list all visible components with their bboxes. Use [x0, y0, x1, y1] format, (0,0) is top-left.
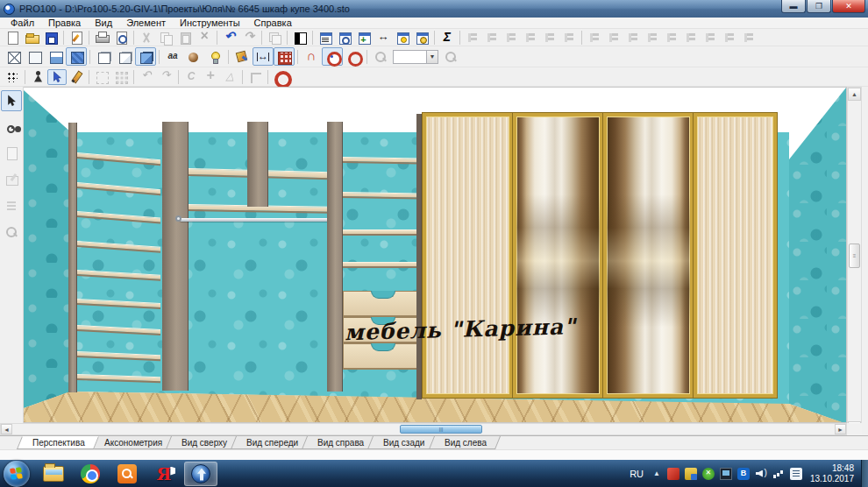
taskbar-pro100-active[interactable] — [184, 462, 217, 486]
separator — [89, 70, 89, 84]
hint-button[interactable] — [393, 30, 412, 46]
minimize-button[interactable]: ▬ — [781, 0, 806, 13]
sliding-door-mirror-right[interactable] — [603, 113, 694, 398]
print-button[interactable] — [92, 30, 111, 46]
space-center-h-icon — [607, 31, 621, 45]
grid-dots-button[interactable] — [3, 69, 22, 85]
clipboard-tray-icon[interactable] — [790, 468, 802, 480]
snap-to-element-button[interactable] — [322, 47, 343, 66]
chevron-down-icon[interactable]: ▼ — [426, 51, 438, 63]
drawer[interactable] — [343, 343, 420, 370]
dimensions-button[interactable] — [374, 30, 393, 46]
close-button[interactable]: ✕ — [832, 0, 865, 13]
text-labels-button[interactable] — [162, 47, 183, 66]
vertical-scroll-thumb[interactable]: ≡ — [849, 244, 860, 268]
taskbar-search[interactable] — [110, 462, 144, 486]
horizontal-scroll-thumb[interactable]: ||| — [400, 425, 482, 434]
menu-edit[interactable]: Правка — [41, 18, 88, 29]
show-grid-button[interactable] — [274, 47, 295, 66]
hidden-line-view-icon — [27, 50, 41, 64]
design-viewport[interactable]: мебель "Карина" — [24, 87, 847, 423]
align-bottom-icon — [562, 31, 576, 45]
signal-tray-icon[interactable] — [772, 468, 785, 480]
security-tray-icon[interactable] — [667, 468, 679, 480]
wardrobe-left-side-panel[interactable] — [68, 123, 77, 392]
hidden-line-view-button[interactable] — [24, 47, 45, 66]
walk-mode-button[interactable] — [28, 69, 47, 85]
tab-left-view[interactable]: Вид слева — [429, 436, 501, 449]
walkthrough-tool-button[interactable] — [1, 116, 22, 138]
language-indicator[interactable]: RU — [624, 469, 649, 479]
menu-file[interactable]: Файл — [4, 18, 41, 29]
help-button[interactable] — [271, 69, 290, 85]
horizontal-scrollbar[interactable]: ◄ ||| ► — [0, 423, 847, 435]
top-divider-panel[interactable] — [247, 122, 268, 207]
scroll-left-icon[interactable]: ◄ — [1, 424, 12, 434]
scroll-up-icon[interactable]: ▲ — [848, 88, 861, 101]
report-button[interactable] — [316, 30, 335, 46]
draw-mode-button[interactable] — [67, 69, 86, 85]
shelf[interactable] — [343, 262, 420, 268]
vertical-scrollbar[interactable]: ▲ ≡ ▼ — [847, 87, 862, 435]
update-tray-icon[interactable] — [685, 468, 697, 480]
tab-axonometry[interactable]: Аксонометрия — [89, 436, 176, 449]
solid-view-button[interactable] — [45, 47, 66, 66]
show-desktop-button[interactable] — [861, 460, 868, 487]
find-element-button[interactable] — [335, 30, 354, 46]
print-preview-button[interactable] — [111, 30, 131, 46]
box-3d-view-button[interactable] — [135, 47, 156, 66]
antivirus-tray-icon[interactable] — [702, 468, 715, 480]
magnet-snap-button[interactable] — [301, 47, 322, 66]
report-icon — [318, 31, 332, 45]
wireframe-view-button[interactable] — [3, 47, 24, 66]
tab-right-view[interactable]: Вид справа — [302, 436, 378, 449]
sheet-edit-button[interactable] — [67, 30, 86, 46]
drawer[interactable] — [343, 291, 420, 317]
snap-center-button[interactable] — [343, 47, 364, 66]
textured-view-button[interactable] — [66, 47, 87, 66]
show-dimensions-button[interactable] — [253, 47, 274, 66]
tab-top-view[interactable]: Вид сверху — [166, 436, 241, 449]
sliding-door-wood-right[interactable] — [694, 113, 777, 398]
volume-tray-icon[interactable] — [755, 468, 767, 480]
new-button[interactable] — [3, 30, 22, 46]
lighting-button[interactable] — [204, 47, 225, 66]
tab-front-view[interactable]: Вид спереди — [231, 436, 312, 449]
bluetooth-tray-icon[interactable] — [737, 468, 750, 480]
menu-view[interactable]: Вид — [88, 18, 119, 29]
network-monitor-tray-icon[interactable] — [720, 468, 732, 480]
open-button[interactable] — [22, 30, 41, 46]
align-top-icon — [523, 31, 537, 45]
wardrobe-divider-panel[interactable] — [327, 122, 343, 392]
zoom-combo[interactable]: ▼ — [393, 50, 438, 64]
start-button[interactable] — [4, 461, 30, 487]
select-mode-button[interactable] — [47, 69, 67, 85]
menu-help[interactable]: Справка — [247, 18, 299, 29]
undo-button[interactable] — [220, 30, 239, 46]
display-options-button[interactable] — [290, 30, 309, 46]
sliding-door-mirror-left[interactable] — [513, 113, 603, 398]
wardrobe-right-side-panel[interactable] — [416, 114, 422, 399]
wardrobe-divider-panel[interactable] — [162, 122, 189, 391]
background-paint-button[interactable] — [231, 47, 253, 66]
hanging-rod[interactable] — [180, 218, 329, 222]
scroll-right-icon[interactable]: ► — [835, 424, 846, 434]
price-list-button[interactable] — [412, 30, 431, 46]
sliding-door-wood-left[interactable] — [423, 113, 513, 398]
box-side-view-button[interactable] — [114, 47, 135, 66]
maximize-button[interactable]: ❐ — [807, 0, 831, 13]
taskbar-yandex[interactable]: Я — [147, 462, 181, 486]
select-tool-button[interactable] — [1, 90, 22, 111]
shelf[interactable] — [343, 229, 420, 236]
box-front-view-button[interactable] — [93, 47, 114, 66]
taskbar-chrome[interactable] — [74, 462, 107, 486]
menu-element[interactable]: Элемент — [119, 18, 173, 29]
taskbar-explorer[interactable] — [37, 462, 70, 486]
add-element-button[interactable] — [354, 30, 374, 46]
clock[interactable]: 18:48 13.10.2017 — [805, 463, 861, 484]
save-button[interactable] — [41, 30, 60, 46]
hidden-icons-chevron[interactable]: ▲ — [649, 469, 665, 477]
tab-perspective[interactable]: Перспектива — [17, 436, 99, 449]
sum-button[interactable] — [438, 30, 457, 46]
materials-button[interactable] — [183, 47, 204, 66]
